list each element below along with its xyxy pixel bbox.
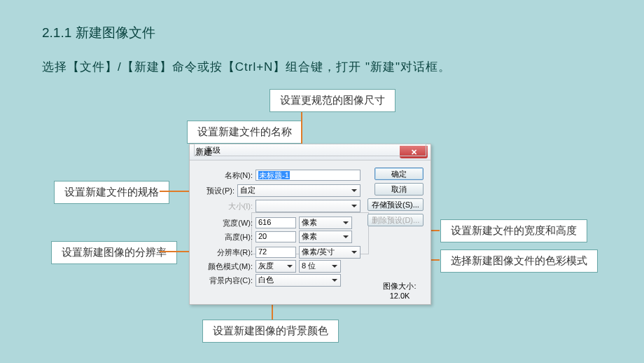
file-size-display: 图像大小: 12.0K [379,281,421,300]
preset-label: 预设(P): [197,186,237,196]
save-preset-button[interactable]: 存储预设(S)... [368,198,424,211]
callout-colormode: 选择新建图像文件的色彩模式 [440,249,598,273]
name-label: 名称(N): [215,170,255,181]
chevron-right-icon [199,147,202,153]
bg-label: 背景内容(C): [206,275,255,286]
delete-preset-button: 删除预设(D)... [368,214,424,226]
width-unit-select[interactable]: 像素 [299,217,352,229]
height-field[interactable]: 20 [255,231,296,242]
colormode-label: 颜色模式(M): [206,261,255,272]
callout-filename: 设置新建文件的名称 [187,121,302,144]
callout-image-size: 设置更规范的图像尺寸 [270,89,396,112]
callout-bg: 设置新建图像的背景颜色 [202,320,339,343]
callout-dimensions: 设置新建文件的宽度和高度 [440,219,587,242]
ok-button[interactable]: 确定 [374,167,424,180]
size-label: 大小(I): [215,201,255,212]
name-field[interactable]: 未标题-1 [255,170,360,181]
bitdepth-select[interactable]: 8 位 [299,260,341,273]
resolution-label: 分辨率(R): [215,247,255,258]
page-subtext: 选择【文件】/【新建】命令或按【Ctrl+N】组合键，打开 "新建"对话框。 [42,59,451,75]
size-select [255,200,360,212]
callout-preset: 设置新建文件的规格 [54,181,169,204]
width-label: 宽度(W): [215,218,255,228]
cancel-button[interactable]: 取消 [374,183,424,196]
height-unit-select[interactable]: 像素 [299,231,352,243]
new-dialog: 新建 ✕ 名称(N): 未标题-1 预设(P): 自定 大小(I): 宽度(W)… [189,144,431,305]
colormode-select[interactable]: 灰度 [255,260,296,273]
page-title: 2.1.1 新建图像文件 [42,24,155,42]
preset-select[interactable]: 自定 [237,184,360,197]
width-field[interactable]: 616 [255,217,296,228]
advanced-label: 高级 [205,144,220,156]
resolution-field[interactable]: 72 [255,247,296,258]
height-label: 高度(H): [215,232,255,242]
callout-resolution: 设置新建图像的分辨率 [51,241,177,264]
resolution-unit-select[interactable]: 像素/英寸 [299,246,360,259]
bg-select[interactable]: 白色 [255,274,341,287]
advanced-expander[interactable]: 高级 [194,144,426,156]
